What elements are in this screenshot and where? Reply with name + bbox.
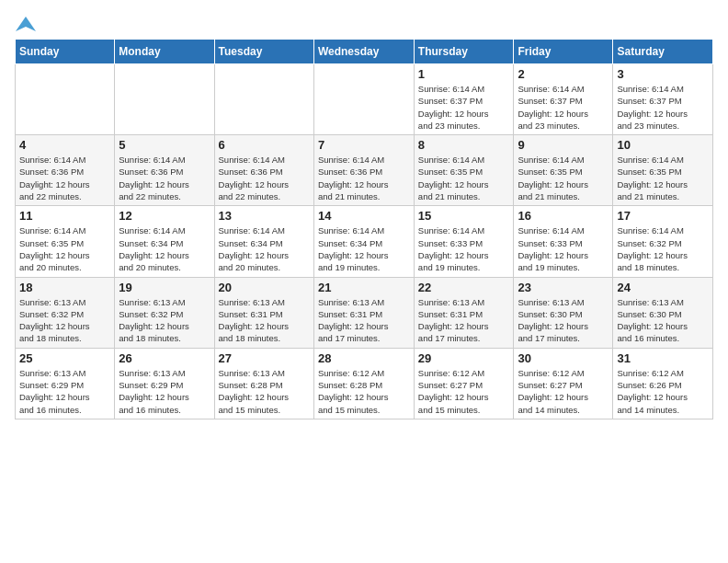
logo — [15, 15, 37, 31]
logo-bird-icon — [16, 15, 36, 35]
day-info: Sunrise: 6:13 AM Sunset: 6:28 PM Dayligh… — [219, 367, 310, 416]
day-number: 13 — [219, 209, 310, 223]
day-number: 19 — [119, 281, 210, 294]
calendar-table: SundayMondayTuesdayWednesdayThursdayFrid… — [15, 39, 713, 419]
calendar-week-row: 11Sunrise: 6:14 AM Sunset: 6:35 PM Dayli… — [16, 206, 713, 277]
day-info: Sunrise: 6:14 AM Sunset: 6:35 PM Dayligh… — [19, 224, 110, 273]
calendar-cell: 15Sunrise: 6:14 AM Sunset: 6:33 PM Dayli… — [414, 206, 514, 277]
day-number: 11 — [19, 209, 110, 223]
day-number: 9 — [518, 138, 609, 152]
day-info: Sunrise: 6:14 AM Sunset: 6:33 PM Dayligh… — [418, 224, 510, 273]
day-info: Sunrise: 6:14 AM Sunset: 6:34 PM Dayligh… — [219, 224, 310, 273]
day-info: Sunrise: 6:14 AM Sunset: 6:34 PM Dayligh… — [119, 224, 210, 273]
day-info: Sunrise: 6:14 AM Sunset: 6:37 PM Dayligh… — [518, 83, 609, 132]
calendar-week-row: 4Sunrise: 6:14 AM Sunset: 6:36 PM Daylig… — [16, 135, 713, 206]
day-info: Sunrise: 6:12 AM Sunset: 6:27 PM Dayligh… — [518, 367, 609, 416]
day-info: Sunrise: 6:14 AM Sunset: 6:35 PM Dayligh… — [518, 154, 609, 202]
day-info: Sunrise: 6:14 AM Sunset: 6:35 PM Dayligh… — [418, 154, 510, 202]
day-number: 31 — [617, 351, 709, 365]
day-number: 26 — [119, 351, 210, 365]
calendar-cell: 7Sunrise: 6:14 AM Sunset: 6:36 PM Daylig… — [313, 135, 414, 206]
day-number: 7 — [318, 138, 410, 152]
calendar-cell: 6Sunrise: 6:14 AM Sunset: 6:36 PM Daylig… — [214, 135, 313, 206]
calendar-cell: 31Sunrise: 6:12 AM Sunset: 6:26 PM Dayli… — [613, 348, 713, 419]
page-header — [15, 15, 713, 31]
calendar-week-row: 18Sunrise: 6:13 AM Sunset: 6:32 PM Dayli… — [16, 277, 713, 348]
day-number: 17 — [617, 209, 709, 223]
calendar-cell: 16Sunrise: 6:14 AM Sunset: 6:33 PM Dayli… — [514, 206, 613, 277]
day-number: 4 — [19, 138, 110, 152]
day-info: Sunrise: 6:12 AM Sunset: 6:28 PM Dayligh… — [318, 367, 410, 416]
calendar-cell: 3Sunrise: 6:14 AM Sunset: 6:37 PM Daylig… — [613, 64, 713, 135]
day-info: Sunrise: 6:14 AM Sunset: 6:35 PM Dayligh… — [617, 154, 709, 202]
day-number: 14 — [318, 209, 410, 223]
day-info: Sunrise: 6:14 AM Sunset: 6:33 PM Dayligh… — [518, 224, 609, 273]
day-info: Sunrise: 6:14 AM Sunset: 6:32 PM Dayligh… — [617, 224, 709, 273]
calendar-cell: 25Sunrise: 6:13 AM Sunset: 6:29 PM Dayli… — [16, 348, 115, 419]
calendar-cell: 12Sunrise: 6:14 AM Sunset: 6:34 PM Dayli… — [115, 206, 214, 277]
day-number: 6 — [219, 138, 310, 152]
calendar-cell — [214, 64, 313, 135]
calendar-cell: 14Sunrise: 6:14 AM Sunset: 6:34 PM Dayli… — [313, 206, 414, 277]
day-number: 22 — [418, 281, 510, 294]
day-info: Sunrise: 6:13 AM Sunset: 6:29 PM Dayligh… — [19, 367, 110, 416]
day-number: 27 — [219, 351, 310, 365]
day-info: Sunrise: 6:14 AM Sunset: 6:36 PM Dayligh… — [19, 154, 110, 202]
svg-marker-0 — [16, 17, 36, 31]
day-number: 10 — [617, 138, 709, 152]
day-info: Sunrise: 6:13 AM Sunset: 6:31 PM Dayligh… — [219, 296, 310, 345]
day-of-week-header: Sunday — [16, 40, 115, 64]
calendar-week-row: 25Sunrise: 6:13 AM Sunset: 6:29 PM Dayli… — [16, 348, 713, 419]
calendar-cell — [313, 64, 414, 135]
day-info: Sunrise: 6:14 AM Sunset: 6:34 PM Dayligh… — [318, 224, 410, 273]
day-of-week-header: Wednesday — [313, 40, 414, 64]
day-info: Sunrise: 6:14 AM Sunset: 6:37 PM Dayligh… — [418, 83, 510, 132]
calendar-cell: 18Sunrise: 6:13 AM Sunset: 6:32 PM Dayli… — [16, 277, 115, 348]
calendar-cell: 30Sunrise: 6:12 AM Sunset: 6:27 PM Dayli… — [514, 348, 613, 419]
calendar-cell — [16, 64, 115, 135]
calendar-cell: 22Sunrise: 6:13 AM Sunset: 6:31 PM Dayli… — [414, 277, 514, 348]
day-number: 28 — [318, 351, 410, 365]
calendar-cell: 13Sunrise: 6:14 AM Sunset: 6:34 PM Dayli… — [214, 206, 313, 277]
calendar-cell: 21Sunrise: 6:13 AM Sunset: 6:31 PM Dayli… — [313, 277, 414, 348]
day-number: 30 — [518, 351, 609, 365]
day-info: Sunrise: 6:12 AM Sunset: 6:26 PM Dayligh… — [617, 367, 709, 416]
day-info: Sunrise: 6:13 AM Sunset: 6:31 PM Dayligh… — [318, 296, 410, 345]
calendar-cell: 27Sunrise: 6:13 AM Sunset: 6:28 PM Dayli… — [214, 348, 313, 419]
day-info: Sunrise: 6:14 AM Sunset: 6:36 PM Dayligh… — [119, 154, 210, 202]
day-info: Sunrise: 6:13 AM Sunset: 6:32 PM Dayligh… — [19, 296, 110, 345]
calendar-cell: 28Sunrise: 6:12 AM Sunset: 6:28 PM Dayli… — [313, 348, 414, 419]
day-info: Sunrise: 6:12 AM Sunset: 6:27 PM Dayligh… — [418, 367, 510, 416]
calendar-cell: 20Sunrise: 6:13 AM Sunset: 6:31 PM Dayli… — [214, 277, 313, 348]
day-number: 2 — [518, 67, 609, 81]
calendar-cell: 23Sunrise: 6:13 AM Sunset: 6:30 PM Dayli… — [514, 277, 613, 348]
calendar-cell: 24Sunrise: 6:13 AM Sunset: 6:30 PM Dayli… — [613, 277, 713, 348]
calendar-cell — [115, 64, 214, 135]
calendar-cell: 17Sunrise: 6:14 AM Sunset: 6:32 PM Dayli… — [613, 206, 713, 277]
day-info: Sunrise: 6:13 AM Sunset: 6:30 PM Dayligh… — [518, 296, 609, 345]
day-number: 3 — [617, 67, 709, 81]
day-info: Sunrise: 6:13 AM Sunset: 6:29 PM Dayligh… — [119, 367, 210, 416]
day-info: Sunrise: 6:13 AM Sunset: 6:31 PM Dayligh… — [418, 296, 510, 345]
calendar-cell: 19Sunrise: 6:13 AM Sunset: 6:32 PM Dayli… — [115, 277, 214, 348]
calendar-cell: 11Sunrise: 6:14 AM Sunset: 6:35 PM Dayli… — [16, 206, 115, 277]
calendar-cell: 29Sunrise: 6:12 AM Sunset: 6:27 PM Dayli… — [414, 348, 514, 419]
day-number: 16 — [518, 209, 609, 223]
calendar-cell: 2Sunrise: 6:14 AM Sunset: 6:37 PM Daylig… — [514, 64, 613, 135]
calendar-cell: 5Sunrise: 6:14 AM Sunset: 6:36 PM Daylig… — [115, 135, 214, 206]
day-of-week-header: Friday — [514, 40, 613, 64]
day-number: 5 — [119, 138, 210, 152]
day-number: 29 — [418, 351, 510, 365]
day-number: 12 — [119, 209, 210, 223]
day-info: Sunrise: 6:13 AM Sunset: 6:30 PM Dayligh… — [617, 296, 709, 345]
calendar-cell: 26Sunrise: 6:13 AM Sunset: 6:29 PM Dayli… — [115, 348, 214, 419]
day-number: 20 — [219, 281, 310, 294]
day-number: 23 — [518, 281, 609, 294]
day-number: 25 — [19, 351, 110, 365]
calendar-cell: 4Sunrise: 6:14 AM Sunset: 6:36 PM Daylig… — [16, 135, 115, 206]
calendar-cell: 9Sunrise: 6:14 AM Sunset: 6:35 PM Daylig… — [514, 135, 613, 206]
calendar-header-row: SundayMondayTuesdayWednesdayThursdayFrid… — [16, 40, 713, 64]
day-number: 1 — [418, 67, 510, 81]
day-of-week-header: Tuesday — [214, 40, 313, 64]
calendar-cell: 10Sunrise: 6:14 AM Sunset: 6:35 PM Dayli… — [613, 135, 713, 206]
